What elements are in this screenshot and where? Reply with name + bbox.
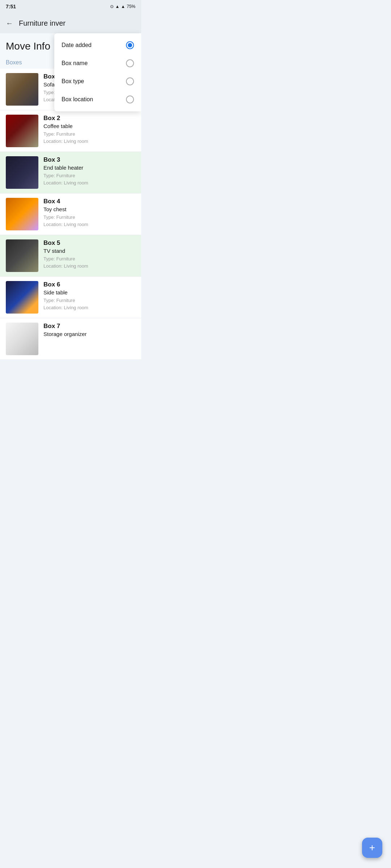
box-description: Storage organizer <box>43 331 135 337</box>
box-meta: Type: FurnitureLocation: Living room <box>43 297 135 311</box>
box-name: Box 4 <box>43 198 135 205</box>
sort-option-box-name[interactable]: Box name <box>54 54 141 72</box>
battery-icon: 75% <box>127 4 135 9</box>
box-thumbnail <box>6 281 38 314</box>
box-thumbnail <box>6 156 38 189</box>
status-time: 7:51 <box>6 4 16 9</box>
radio-button[interactable] <box>126 59 134 67</box>
list-item[interactable]: Box 2Coffee tableType: FurnitureLocation… <box>0 110 141 152</box>
box-info: Box 3End table heaterType: FurnitureLoca… <box>43 156 135 186</box>
box-meta: Type: FurnitureLocation: Living room <box>43 131 135 145</box>
list-item[interactable]: Box 4Toy chestType: FurnitureLocation: L… <box>0 193 141 235</box>
sort-option-label: Date added <box>62 42 92 48</box>
box-thumbnail <box>6 198 38 230</box>
box-name: Box 3 <box>43 156 135 163</box>
sort-option-box-type[interactable]: Box type <box>54 72 141 90</box>
status-icons: ⊙ ▲ ▲ 75% <box>110 4 135 9</box>
box-description: TV stand <box>43 248 135 254</box>
list-item[interactable]: Box 3End table heaterType: FurnitureLoca… <box>0 152 141 193</box>
box-info: Box 6Side tableType: FurnitureLocation: … <box>43 281 135 311</box>
box-description: End table heater <box>43 165 135 171</box>
box-name: Box 2 <box>43 115 135 122</box>
box-thumbnail <box>6 323 38 355</box>
radio-button[interactable] <box>126 41 134 49</box>
radio-inner <box>128 43 132 47</box>
status-bar: 7:51 ⊙ ▲ ▲ 75% <box>0 0 141 13</box>
wifi-icon: ▲ <box>115 4 119 9</box>
box-thumbnail <box>6 73 38 106</box>
box-meta: Type: FurnitureLocation: Living room <box>43 255 135 269</box>
box-list: Box 1SofaType: FurnitureLocation: Living… <box>0 69 141 360</box>
list-item[interactable]: Box 6Side tableType: FurnitureLocation: … <box>0 277 141 318</box>
box-description: Side table <box>43 289 135 295</box>
location-icon: ⊙ <box>110 4 114 9</box>
app-bar: ← Furniture inver <box>0 13 141 33</box>
box-meta: Type: FurnitureLocation: Living room <box>43 172 135 186</box>
sort-dropdown: Date addedBox nameBox typeBox location <box>54 33 141 111</box>
move-info-title: Move Info <box>6 41 50 52</box>
back-button[interactable]: ← <box>6 19 13 27</box>
box-info: Box 4Toy chestType: FurnitureLocation: L… <box>43 198 135 228</box>
box-info: Box 2Coffee tableType: FurnitureLocation… <box>43 115 135 145</box>
sort-option-box-location[interactable]: Box location <box>54 90 141 109</box>
box-description: Toy chest <box>43 206 135 212</box>
sort-option-date-added[interactable]: Date added <box>54 36 141 54</box>
box-info: Box 5TV standType: FurnitureLocation: Li… <box>43 239 135 269</box>
sort-option-label: Box name <box>62 60 88 67</box>
box-info: Box 7Storage organizer <box>43 323 135 339</box>
box-name: Box 7 <box>43 323 135 330</box>
box-name: Box 6 <box>43 281 135 288</box>
box-thumbnail <box>6 115 38 147</box>
sort-option-label: Box type <box>62 78 84 85</box>
list-item[interactable]: Box 7Storage organizer <box>0 318 141 360</box>
box-name: Box 5 <box>43 239 135 247</box>
box-description: Coffee table <box>43 123 135 129</box>
page-title: Furniture inver <box>19 19 66 27</box>
list-item[interactable]: Box 5TV standType: FurnitureLocation: Li… <box>0 235 141 277</box>
box-meta: Type: FurnitureLocation: Living room <box>43 214 135 228</box>
radio-button[interactable] <box>126 77 134 85</box>
signal-icon: ▲ <box>121 4 125 9</box>
radio-button[interactable] <box>126 95 134 103</box>
sort-option-label: Box location <box>62 96 93 103</box>
box-thumbnail <box>6 239 38 272</box>
